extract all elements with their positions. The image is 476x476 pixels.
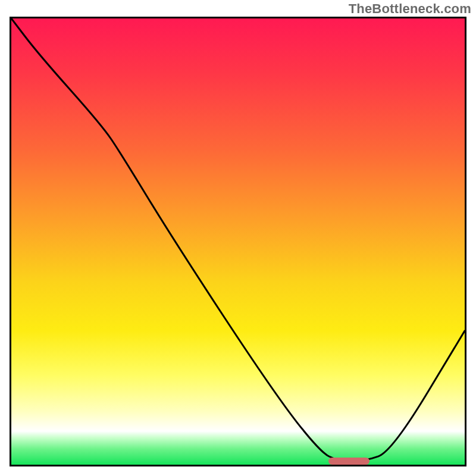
plot-frame [10, 17, 466, 466]
chart-container: TheBottleneck.com [0, 0, 476, 476]
heat-gradient-background [11, 18, 465, 465]
optimal-zone-marker [328, 458, 369, 465]
watermark-text: TheBottleneck.com [349, 1, 471, 17]
